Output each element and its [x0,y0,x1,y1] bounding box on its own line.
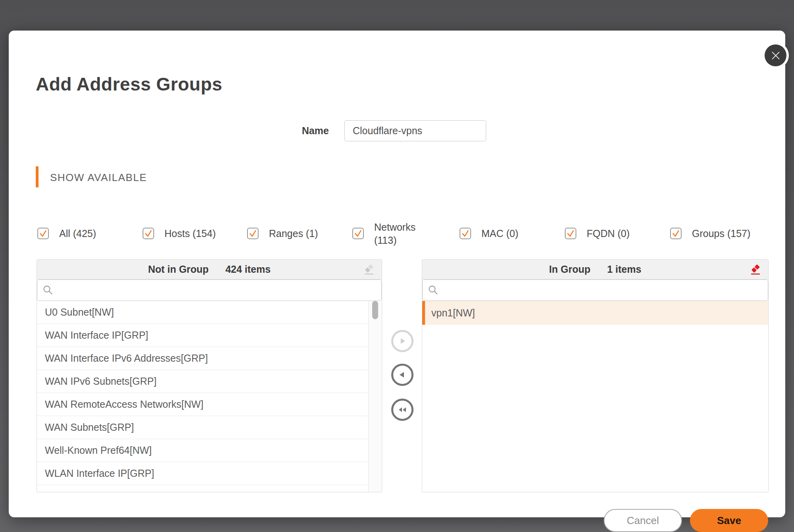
save-button[interactable]: Save [690,509,768,532]
clear-group-button[interactable] [748,262,763,277]
eraser-icon-red [749,263,762,276]
checkbox-icon[interactable] [352,228,364,239]
move-right-button[interactable] [391,330,413,352]
list-item[interactable]: WAN RemoteAccess Networks[NW] [37,393,368,416]
in-group-search [422,279,768,301]
add-address-groups-dialog: Add Address Groups Name SHOW AVAILABLE A… [9,31,785,517]
filter-label: Hosts (154) [164,228,216,239]
arrow-left-icon [397,370,408,380]
filter-label: Groups (157) [692,228,750,239]
in-group-list: vpn1[NW] [422,301,768,492]
selected-list-item[interactable]: vpn1[NW] [422,301,768,325]
filter-label: FQDN (0) [587,228,630,239]
checkbox-icon[interactable] [143,228,154,239]
search-input[interactable] [422,279,768,301]
not-in-group-list: U0 Subnet[NW]WAN Interface IP[GRP]WAN In… [37,301,368,492]
move-all-left-button[interactable] [391,399,413,421]
panel-count: 424 items [225,264,270,275]
filter-checkbox-group[interactable]: All (425) [37,228,96,239]
close-icon [771,50,781,61]
name-input[interactable] [344,120,486,141]
filter-checkbox-group[interactable]: Hosts (154) [143,228,216,239]
filter-label: MAC (0) [481,228,518,239]
checkbox-icon[interactable] [565,228,576,239]
checkmark-icon [38,228,48,239]
list-item[interactable]: WAN Interface IP[GRP] [37,324,368,347]
panel-count: 1 items [607,264,641,275]
panel-title: Not in Group [148,264,209,275]
dialog-title: Add Address Groups [36,73,222,95]
filter-checkbox-group[interactable]: Ranges (1) [247,228,318,239]
list-item[interactable]: WAN IPv6 Subnets[GRP] [37,370,368,393]
list-item[interactable]: WLAN Interface IP[GRP] [37,462,368,485]
checkbox-icon[interactable] [460,228,471,239]
section-accent-bar [36,166,39,187]
filter-label: Ranges (1) [269,228,318,239]
checkbox-icon[interactable] [670,228,682,239]
not-in-group-search [37,279,382,301]
close-button[interactable] [765,44,786,66]
in-group-panel: In Group 1 items [422,259,769,492]
list-item[interactable]: Well-Known Pref64[NW] [37,439,368,462]
checkmark-icon [143,228,153,239]
checkbox-icon[interactable] [247,228,259,239]
clear-selection-button[interactable] [362,262,376,277]
checkmark-icon [671,228,681,239]
checkmark-icon [566,228,576,239]
checkmark-icon [460,228,470,239]
not-in-group-panel: Not in Group 424 items [37,259,382,492]
cancel-button[interactable]: Cancel [604,509,682,532]
in-group-header: In Group 1 items [422,260,768,279]
eraser-icon [362,263,376,276]
filter-checkbox-group[interactable]: FQDN (0) [565,228,630,239]
filter-checkbox-group[interactable]: Networks (113) [352,221,426,247]
not-in-group-header: Not in Group 424 items [37,260,382,279]
scrollbar-track[interactable] [368,301,382,492]
checkmark-icon [353,228,363,239]
list-item[interactable]: WAN Interface IPv6 Addresses[GRP] [37,347,368,370]
checkbox-icon[interactable] [37,228,49,239]
list-item[interactable]: U0 Subnet[NW] [37,301,368,324]
list-item[interactable]: WAN Subnets[GRP] [37,416,368,439]
filter-checkbox-group[interactable]: MAC (0) [460,228,518,239]
filter-label: All (425) [59,228,96,239]
double-arrow-left-icon [397,405,408,415]
arrow-right-icon [397,336,408,346]
section-title: SHOW AVAILABLE [50,172,147,184]
filter-checkbox-group[interactable]: Groups (157) [670,228,750,239]
panel-title: In Group [549,264,590,275]
checkmark-icon [248,228,258,239]
filter-label: Networks (113) [374,221,426,247]
screen: Add Address Groups Name SHOW AVAILABLE A… [0,0,794,532]
type-filters: All (425) Hosts (154) Ranges (1) [9,211,794,256]
search-input[interactable] [37,279,382,301]
scrollbar-thumb[interactable] [372,301,378,319]
name-label: Name [287,125,329,137]
move-left-button[interactable] [391,364,413,386]
